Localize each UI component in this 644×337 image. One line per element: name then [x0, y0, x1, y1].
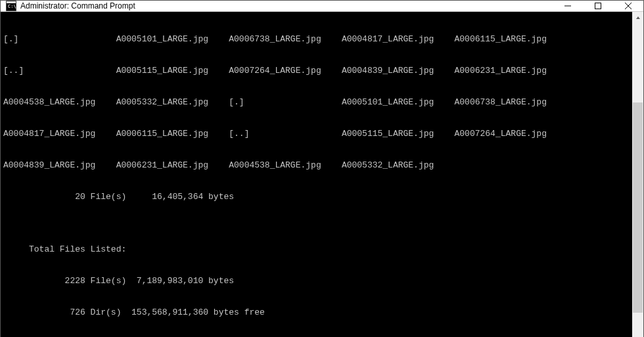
minimize-button[interactable]: [553, 1, 583, 11]
titlebar[interactable]: C:\ Administrator: Command Prompt: [1, 1, 643, 12]
output-line: Total Files Listed:: [3, 244, 630, 255]
output-line: 2228 File(s) 7,189,983,010 bytes: [3, 276, 630, 286]
close-button[interactable]: [613, 1, 643, 11]
terminal-output[interactable]: [.] A0005101_LARGE.jpg A0006738_LARGE.jp…: [1, 12, 632, 337]
terminal-container: [.] A0005101_LARGE.jpg A0006738_LARGE.jp…: [1, 12, 643, 337]
output-line: A0004538_LARGE.jpg A0005332_LARGE.jpg [.…: [3, 97, 630, 108]
maximize-button[interactable]: [583, 1, 613, 11]
output-line: [.] A0005101_LARGE.jpg A0006738_LARGE.jp…: [3, 34, 630, 45]
output-line: A0004817_LARGE.jpg A0006115_LARGE.jpg [.…: [3, 129, 630, 139]
window-controls: [553, 1, 643, 11]
window-title: Administrator: Command Prompt: [20, 1, 553, 11]
output-line: [..] A0005115_LARGE.jpg A0007264_LARGE.j…: [3, 66, 630, 76]
scrollbar-thumb[interactable]: [633, 102, 643, 313]
svg-rect-4: [595, 3, 601, 9]
vertical-scrollbar[interactable]: [632, 12, 643, 337]
output-line: 20 File(s) 16,405,364 bytes: [3, 192, 630, 202]
output-line: A0004839_LARGE.jpg A0006231_LARGE.jpg A0…: [3, 160, 630, 171]
app-icon: C:\: [6, 1, 16, 11]
output-line: 726 Dir(s) 153,568,911,360 bytes free: [3, 307, 630, 318]
svg-rect-1: [7, 1, 16, 3]
svg-text:C:\: C:\: [8, 4, 16, 9]
command-prompt-window: C:\ Administrator: Command Prompt [.] A0…: [0, 0, 644, 337]
scrollbar-up-arrow[interactable]: [632, 12, 643, 23]
